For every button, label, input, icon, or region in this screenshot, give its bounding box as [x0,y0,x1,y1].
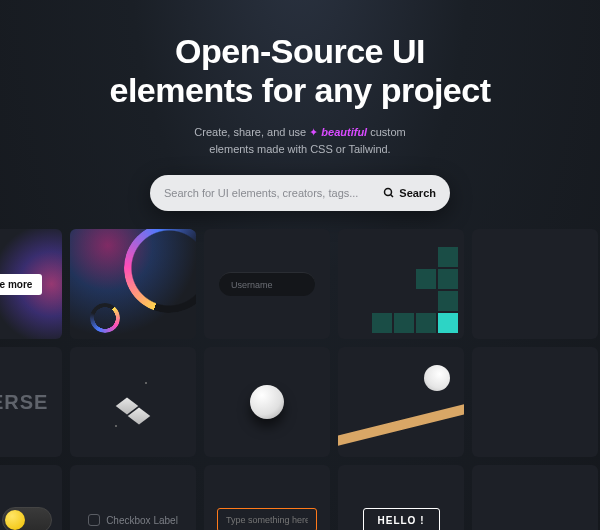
card-cubes[interactable] [70,347,196,457]
search-icon [383,187,395,199]
username-field[interactable]: Username [219,272,315,296]
card-ramp[interactable] [338,347,464,457]
dot-icon [115,425,117,427]
card-checkbox[interactable]: Checkbox Label [70,465,196,530]
title-line-1: Open-Source UI [175,32,425,70]
card-toggle[interactable] [0,465,62,530]
ring-large-icon [124,229,196,313]
hello-button[interactable]: HELLO ! [363,508,440,530]
toggle-knob-icon [5,510,25,530]
toggle-switch[interactable] [2,507,52,530]
card-empty-3[interactable] [472,465,598,530]
card-sphere[interactable] [204,347,330,457]
card-empty-1[interactable] [472,229,598,339]
card-hello[interactable]: HELLO ! [338,465,464,530]
sparkle-icon: ✦ [309,126,321,138]
blocks-grid-icon [372,247,458,333]
search-input[interactable] [164,187,383,199]
checkbox-label: Checkbox Label [106,515,178,526]
ring-small-icon [90,303,120,333]
text-input[interactable] [217,508,317,530]
checkbox-input[interactable] [88,514,100,526]
subtitle-highlight: beautiful [321,126,367,138]
card-seemore[interactable]: ee more [0,229,62,339]
card-erse[interactable]: ERSE [0,347,62,457]
seemore-button[interactable]: ee more [0,274,42,295]
ball-icon [424,365,450,391]
page-title: Open-Source UI elements for any project [0,32,600,110]
svg-line-1 [391,195,394,198]
card-username-input[interactable]: Username [204,229,330,339]
card-text-input[interactable] [204,465,330,530]
sphere-icon [250,385,284,419]
subtitle: Create, share, and use ✦ beautiful custo… [0,124,600,157]
card-empty-2[interactable] [472,347,598,457]
search-button[interactable]: Search [383,187,436,199]
dot-icon [145,382,147,384]
erse-text: ERSE [0,391,48,414]
search-bar[interactable]: Search [150,175,450,211]
title-line-2: elements for any project [109,71,490,109]
ramp-icon [338,401,464,447]
svg-point-0 [385,189,392,196]
card-blocks[interactable] [338,229,464,339]
card-gradient-rings[interactable] [70,229,196,339]
